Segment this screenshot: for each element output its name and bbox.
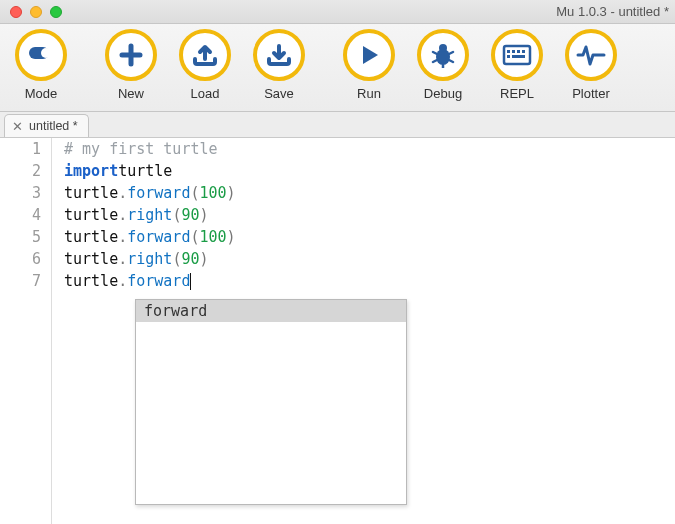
svg-point-3 bbox=[439, 44, 447, 52]
token-punc: ( bbox=[190, 228, 199, 246]
token-num: 90 bbox=[181, 206, 199, 224]
autocomplete-item[interactable]: forward bbox=[136, 300, 406, 322]
code-line[interactable]: turtle.right(90) bbox=[64, 204, 675, 226]
line-number: 2 bbox=[0, 160, 51, 182]
token-call: right bbox=[127, 206, 172, 224]
token-call: forward bbox=[127, 184, 190, 202]
token-punc: . bbox=[118, 250, 127, 268]
autocomplete-popup[interactable]: forward bbox=[135, 299, 407, 505]
line-number: 5 bbox=[0, 226, 51, 248]
token-punc: . bbox=[118, 272, 127, 290]
play-icon bbox=[343, 29, 395, 81]
token-punc: ) bbox=[199, 206, 208, 224]
line-number: 4 bbox=[0, 204, 51, 226]
tab-untitled[interactable]: ✕ untitled * bbox=[4, 114, 89, 137]
line-number: 6 bbox=[0, 248, 51, 270]
svg-rect-6 bbox=[512, 50, 515, 53]
window-controls bbox=[0, 6, 62, 18]
token-punc: ) bbox=[199, 250, 208, 268]
token-punc: . bbox=[118, 184, 127, 202]
plus-icon bbox=[105, 29, 157, 81]
token-id: turtle bbox=[64, 272, 118, 290]
svg-rect-8 bbox=[522, 50, 525, 53]
text-cursor bbox=[190, 273, 191, 290]
debug-button[interactable]: Debug bbox=[406, 29, 480, 101]
token-punc: ) bbox=[227, 228, 236, 246]
token-kw: import bbox=[64, 162, 118, 180]
new-label: New bbox=[118, 86, 144, 101]
svg-rect-9 bbox=[507, 55, 510, 58]
zoom-window-button[interactable] bbox=[50, 6, 62, 18]
code-editor[interactable]: 1234567 # my first turtleimport turtletu… bbox=[0, 138, 675, 524]
minimize-window-button[interactable] bbox=[30, 6, 42, 18]
keyboard-icon bbox=[491, 29, 543, 81]
code-line[interactable]: turtle.forward bbox=[64, 270, 675, 292]
token-call: forward bbox=[127, 228, 190, 246]
tabbar: ✕ untitled * bbox=[0, 112, 675, 138]
code-line[interactable]: turtle.right(90) bbox=[64, 248, 675, 270]
upload-icon bbox=[179, 29, 231, 81]
token-call: right bbox=[127, 250, 172, 268]
token-id: turtle bbox=[64, 228, 118, 246]
token-num: 90 bbox=[181, 250, 199, 268]
token-punc: ) bbox=[227, 184, 236, 202]
line-number: 7 bbox=[0, 270, 51, 292]
download-icon bbox=[253, 29, 305, 81]
mode-button[interactable]: Mode bbox=[4, 29, 78, 101]
token-id: turtle bbox=[118, 162, 172, 180]
close-window-button[interactable] bbox=[10, 6, 22, 18]
mode-icon bbox=[15, 29, 67, 81]
pulse-icon bbox=[565, 29, 617, 81]
svg-rect-10 bbox=[512, 55, 525, 58]
debug-label: Debug bbox=[424, 86, 462, 101]
line-number: 3 bbox=[0, 182, 51, 204]
titlebar: Mu 1.0.3 - untitled * bbox=[0, 0, 675, 24]
window-title: Mu 1.0.3 - untitled * bbox=[556, 4, 669, 19]
svg-rect-5 bbox=[507, 50, 510, 53]
token-punc: ( bbox=[172, 206, 181, 224]
toolbar: Mode New Load Save Run Debug bbox=[0, 24, 675, 112]
token-num: 100 bbox=[199, 184, 226, 202]
run-label: Run bbox=[357, 86, 381, 101]
new-button[interactable]: New bbox=[94, 29, 168, 101]
gutter: 1234567 bbox=[0, 138, 52, 524]
line-number: 1 bbox=[0, 138, 51, 160]
plotter-label: Plotter bbox=[572, 86, 610, 101]
repl-button[interactable]: REPL bbox=[480, 29, 554, 101]
svg-rect-7 bbox=[517, 50, 520, 53]
code-line[interactable]: turtle.forward(100) bbox=[64, 182, 675, 204]
svg-point-1 bbox=[41, 48, 51, 58]
token-call: forward bbox=[127, 272, 190, 290]
code-line[interactable]: # my first turtle bbox=[64, 138, 675, 160]
repl-label: REPL bbox=[500, 86, 534, 101]
token-comment: # my first turtle bbox=[64, 140, 218, 158]
code-line[interactable]: import turtle bbox=[64, 160, 675, 182]
load-button[interactable]: Load bbox=[168, 29, 242, 101]
token-id: turtle bbox=[64, 184, 118, 202]
mode-label: Mode bbox=[25, 86, 58, 101]
token-id: turtle bbox=[64, 250, 118, 268]
code-line[interactable]: turtle.forward(100) bbox=[64, 226, 675, 248]
plotter-button[interactable]: Plotter bbox=[554, 29, 628, 101]
tab-label: untitled * bbox=[29, 119, 78, 133]
close-icon[interactable]: ✕ bbox=[11, 120, 23, 132]
token-punc: . bbox=[118, 206, 127, 224]
save-label: Save bbox=[264, 86, 294, 101]
load-label: Load bbox=[191, 86, 220, 101]
token-id: turtle bbox=[64, 206, 118, 224]
save-button[interactable]: Save bbox=[242, 29, 316, 101]
token-num: 100 bbox=[199, 228, 226, 246]
bug-icon bbox=[417, 29, 469, 81]
run-button[interactable]: Run bbox=[332, 29, 406, 101]
token-punc: ( bbox=[172, 250, 181, 268]
token-punc: . bbox=[118, 228, 127, 246]
token-punc: ( bbox=[190, 184, 199, 202]
